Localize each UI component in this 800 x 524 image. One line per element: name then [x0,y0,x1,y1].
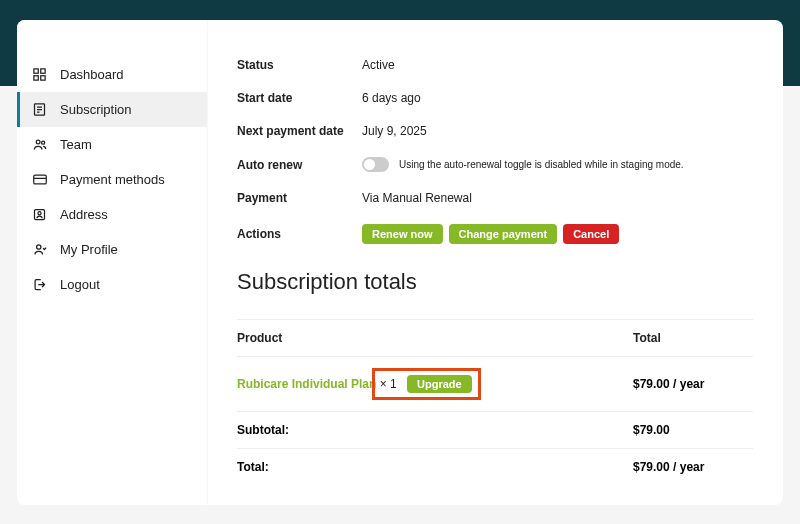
total-value: $79.00 / year [633,460,753,474]
main-content: Status Active Start date 6 days ago Next… [207,20,783,505]
dashboard-icon [31,67,48,82]
totals-header-row: Product Total [237,320,753,356]
actions-row: Actions Renew now Change payment Cancel [237,224,753,244]
subscription-totals-heading: Subscription totals [237,269,753,295]
next-payment-value: July 9, 2025 [362,124,427,138]
sidebar-item-label: Team [60,137,92,152]
actions-label: Actions [237,227,362,241]
actions-buttons: Renew now Change payment Cancel [362,224,619,244]
sidebar-item-subscription[interactable]: Subscription [17,92,207,127]
payment-value: Via Manual Renewal [362,191,472,205]
credit-card-icon [31,172,48,187]
subtotal-label: Subtotal: [237,423,633,437]
total-header: Total [633,331,753,345]
sidebar-item-label: Address [60,207,108,222]
payment-label: Payment [237,191,362,205]
sidebar-item-label: Dashboard [60,67,124,82]
product-header: Product [237,331,633,345]
start-date-value: 6 days ago [362,91,421,105]
subtotal-value: $79.00 [633,423,753,437]
svg-rect-1 [41,69,45,73]
sidebar-item-team[interactable]: Team [17,127,207,162]
sidebar-item-logout[interactable]: Logout [17,267,207,302]
svg-rect-10 [33,175,46,184]
product-line-row: Rubicare Individual Plan × 1 Upgrade $79… [237,356,753,411]
account-card: Dashboard Subscription Team Payment meth… [17,20,783,505]
status-value: Active [362,58,395,72]
subscription-icon [31,102,48,117]
profile-icon [31,242,48,257]
auto-renew-label: Auto renew [237,158,362,172]
svg-rect-3 [41,76,45,80]
auto-renew-toggle[interactable] [362,157,389,172]
status-label: Status [237,58,362,72]
sidebar-item-payment-methods[interactable]: Payment methods [17,162,207,197]
subtotal-row: Subtotal: $79.00 [237,411,753,448]
renew-now-button[interactable]: Renew now [362,224,443,244]
product-name-link[interactable]: Rubicare Individual Plan [237,377,376,391]
sidebar: Dashboard Subscription Team Payment meth… [17,20,207,505]
cancel-button[interactable]: Cancel [563,224,619,244]
auto-renew-row: Auto renew Using the auto-renewal toggle… [237,157,753,172]
next-payment-row: Next payment date July 9, 2025 [237,124,753,138]
product-cell: Rubicare Individual Plan × 1 Upgrade [237,368,633,400]
sidebar-item-label: Payment methods [60,172,165,187]
auto-renew-control: Using the auto-renewal toggle is disable… [362,157,684,172]
logout-icon [31,277,48,292]
svg-point-13 [38,212,41,215]
sidebar-item-label: Logout [60,277,100,292]
upgrade-button[interactable]: Upgrade [407,375,472,393]
total-label: Total: [237,460,633,474]
auto-renew-note: Using the auto-renewal toggle is disable… [399,159,684,170]
sidebar-item-address[interactable]: Address [17,197,207,232]
upgrade-highlight: Upgrade [372,368,481,400]
start-date-row: Start date 6 days ago [237,91,753,105]
total-row: Total: $79.00 / year [237,448,753,485]
line-total: $79.00 / year [633,377,753,391]
team-icon [31,137,48,152]
address-icon [31,207,48,222]
start-date-label: Start date [237,91,362,105]
svg-rect-0 [34,69,38,73]
svg-point-8 [36,140,40,144]
sidebar-item-dashboard[interactable]: Dashboard [17,57,207,92]
svg-point-9 [41,141,44,144]
sidebar-item-label: My Profile [60,242,118,257]
sidebar-item-label: Subscription [60,102,132,117]
status-row: Status Active [237,58,753,72]
sidebar-item-my-profile[interactable]: My Profile [17,232,207,267]
next-payment-label: Next payment date [237,124,362,138]
payment-row: Payment Via Manual Renewal [237,191,753,205]
svg-rect-2 [34,76,38,80]
svg-point-14 [36,245,40,249]
change-payment-button[interactable]: Change payment [449,224,558,244]
